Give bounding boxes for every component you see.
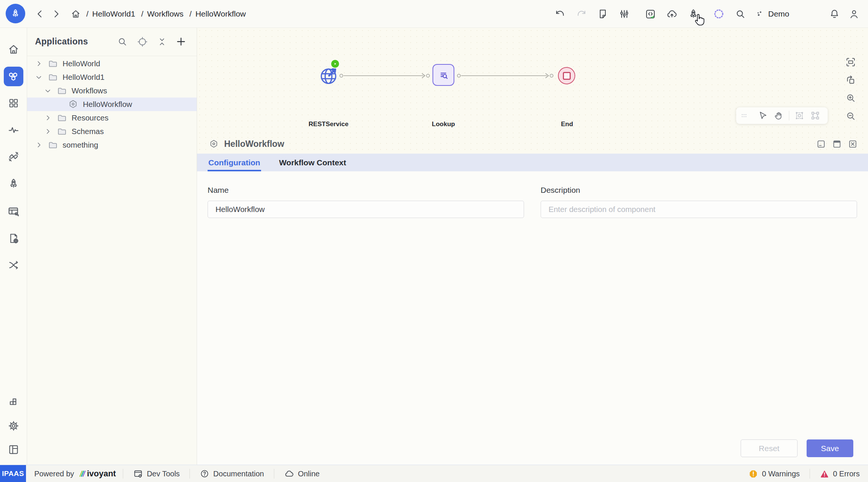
rail-datastore-button[interactable] <box>7 205 20 218</box>
shuffle-icon <box>7 259 20 272</box>
rail-activity-button[interactable] <box>7 124 20 136</box>
tree-item-label: something <box>63 140 98 149</box>
breadcrumb-segment-workflow[interactable]: HelloWorkflow <box>196 9 246 18</box>
bell-icon <box>829 8 840 20</box>
tree-item-workflows[interactable]: Workflows <box>27 84 197 98</box>
rail-settings-button[interactable] <box>7 419 20 432</box>
global-search-button[interactable] <box>732 6 749 22</box>
chevron-right-icon[interactable] <box>41 128 55 135</box>
tree-item-helloworkflow[interactable]: HelloWorkflow <box>27 98 197 111</box>
errors-count[interactable]: 0 Errors <box>833 470 860 478</box>
document-globe-icon <box>7 232 20 245</box>
node-label: RESTService <box>309 120 348 128</box>
node-lookup[interactable] <box>432 64 454 86</box>
tree-search-button[interactable] <box>115 34 130 49</box>
connector-plug-icon <box>7 151 20 163</box>
zoom-out-button[interactable] <box>844 109 857 123</box>
home-icon <box>7 43 20 56</box>
notes-button[interactable] <box>594 6 611 22</box>
node-label: End <box>561 120 573 128</box>
rail-home-button[interactable] <box>7 43 20 56</box>
applications-panel-title: Applications <box>35 37 88 47</box>
vendor-logo[interactable]: ivoyant <box>77 469 116 479</box>
devtools-icon <box>133 469 143 479</box>
code-validate-button[interactable] <box>642 6 659 22</box>
locate-in-tree-button[interactable] <box>135 34 150 49</box>
undo-button[interactable] <box>552 6 568 22</box>
vendor-name: ivoyant <box>87 469 116 479</box>
tree-item-label: Schemas <box>72 127 104 136</box>
collapse-all-button[interactable] <box>154 34 170 49</box>
auto-layout-button[interactable] <box>844 73 857 87</box>
dev-tools-button[interactable]: Dev Tools <box>147 470 180 478</box>
panel-close-button[interactable] <box>845 137 860 151</box>
toolbar-drag-handle[interactable] <box>736 107 752 124</box>
component-detail-panel: HelloWorkflow Configuration Workflow Con… <box>197 134 868 465</box>
node-restservice[interactable] <box>318 65 339 87</box>
tree-item-something[interactable]: something <box>27 138 197 152</box>
panel-minimize-button[interactable] <box>814 137 828 151</box>
fit-view-button[interactable] <box>844 55 857 69</box>
rail-dashboard-button[interactable] <box>8 97 20 109</box>
chevron-down-icon[interactable] <box>41 87 55 95</box>
panel-maximize-button[interactable] <box>830 137 844 151</box>
zoom-in-button[interactable] <box>844 91 857 105</box>
collapse-all-icon <box>157 37 167 47</box>
warnings-count[interactable]: 0 Warnings <box>762 470 799 478</box>
box-select-button[interactable] <box>792 107 807 124</box>
activity-pulse-icon <box>7 124 20 136</box>
node-label: Lookup <box>432 120 455 128</box>
documentation-button[interactable]: Documentation <box>213 470 264 478</box>
group-select-button[interactable] <box>807 107 823 124</box>
add-application-button[interactable] <box>173 34 188 49</box>
rail-schemas-button[interactable] <box>7 232 20 245</box>
breadcrumb-home-button[interactable] <box>69 6 83 22</box>
zoom-in-icon <box>845 92 856 104</box>
drag-handle-icon <box>739 111 749 120</box>
tab-configuration[interactable]: Configuration <box>208 158 261 171</box>
nav-forward-button[interactable] <box>48 6 64 22</box>
notifications-button[interactable] <box>826 6 843 22</box>
workspace-label: Demo <box>768 9 789 18</box>
reset-button[interactable]: Reset <box>741 439 798 457</box>
folder-icon <box>46 59 60 69</box>
save-button[interactable]: Save <box>807 439 853 457</box>
box-select-icon <box>794 110 805 121</box>
name-input[interactable] <box>208 201 524 218</box>
nav-back-button[interactable] <box>32 6 48 22</box>
rail-applications-button[interactable] <box>4 67 23 86</box>
pan-tool-button[interactable] <box>771 107 787 124</box>
rail-plugins-button[interactable] <box>8 396 20 408</box>
account-button[interactable] <box>846 6 862 22</box>
cloud-upload-icon <box>666 8 678 20</box>
description-input[interactable] <box>541 201 857 218</box>
tab-workflow-context[interactable]: Workflow Context <box>278 158 347 171</box>
publish-button[interactable] <box>663 6 680 22</box>
pan-hand-icon <box>773 110 784 121</box>
breadcrumb-segment-app[interactable]: HelloWorld1 <box>92 9 135 18</box>
locate-target-icon <box>137 36 148 47</box>
chevron-down-icon[interactable] <box>32 73 46 81</box>
select-tool-button[interactable] <box>755 107 771 124</box>
chevron-right-icon[interactable] <box>32 141 46 149</box>
breadcrumb-segment-folder[interactable]: Workflows <box>147 9 183 18</box>
name-field-group: Name <box>208 186 524 218</box>
chevron-right-icon[interactable] <box>41 114 55 122</box>
workflow-hexagon-icon <box>66 99 80 110</box>
tree-item-helloworld[interactable]: HelloWorld <box>27 57 197 70</box>
tune-button[interactable] <box>616 6 633 22</box>
workspace-switcher[interactable]: Demo <box>755 0 789 27</box>
rail-layout-button[interactable] <box>7 444 20 456</box>
app-logo[interactable] <box>6 4 25 23</box>
name-label: Name <box>208 186 524 195</box>
redo-button[interactable] <box>573 6 590 22</box>
tree-item-resources[interactable]: Resources <box>27 111 197 125</box>
node-end[interactable] <box>558 67 575 84</box>
rail-mappings-button[interactable] <box>7 259 20 272</box>
chevron-right-icon[interactable] <box>32 60 46 67</box>
rail-deploy-button[interactable] <box>7 178 20 190</box>
rail-connectors-button[interactable] <box>7 151 20 163</box>
tree-item-helloworld1[interactable]: HelloWorld1 <box>27 70 197 84</box>
tree-item-schemas[interactable]: Schemas <box>27 125 197 138</box>
user-icon <box>848 8 860 20</box>
